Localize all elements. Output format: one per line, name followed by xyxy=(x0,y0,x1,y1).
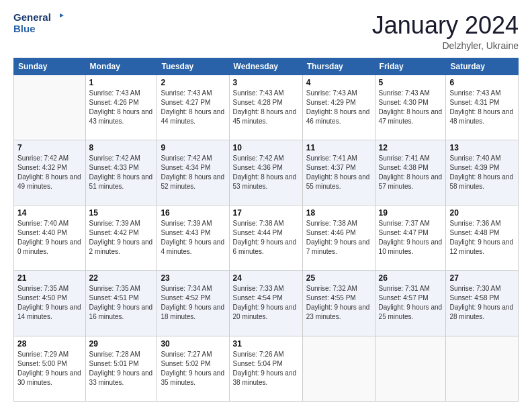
day-number: 18 xyxy=(306,208,371,218)
cell-info: Sunrise: 7:39 AMSunset: 4:43 PMDaylight:… xyxy=(161,219,225,257)
cell-info: Sunrise: 7:29 AMSunset: 5:00 PMDaylight:… xyxy=(17,350,82,387)
cell-info: Sunrise: 7:39 AMSunset: 4:42 PMDaylight:… xyxy=(89,219,154,257)
day-number: 6 xyxy=(449,78,515,87)
cell-info: Sunrise: 7:43 AMSunset: 4:26 PMDaylight:… xyxy=(89,89,154,126)
calendar-cell: 17 Sunrise: 7:38 AMSunset: 4:44 PMDaylig… xyxy=(229,205,302,271)
cell-info: Sunrise: 7:35 AMSunset: 4:51 PMDaylight:… xyxy=(89,284,154,322)
month-title: January 2024 xyxy=(372,12,519,39)
cell-info: Sunrise: 7:43 AMSunset: 4:28 PMDaylight:… xyxy=(233,89,299,126)
calendar-cell: 29 Sunrise: 7:28 AMSunset: 5:01 PMDaylig… xyxy=(85,336,157,401)
calendar-cell: 22 Sunrise: 7:35 AMSunset: 4:51 PMDaylig… xyxy=(85,271,157,336)
day-number: 19 xyxy=(379,208,443,218)
day-number: 15 xyxy=(89,208,154,218)
col-thursday: Thursday xyxy=(302,58,375,75)
calendar-cell: 7 Sunrise: 7:42 AMSunset: 4:32 PMDayligh… xyxy=(14,140,86,205)
day-number: 27 xyxy=(449,273,515,283)
day-number: 8 xyxy=(89,143,154,152)
calendar-cell: 13 Sunrise: 7:40 AMSunset: 4:39 PMDaylig… xyxy=(446,140,519,205)
cell-info: Sunrise: 7:43 AMSunset: 4:31 PMDaylight:… xyxy=(449,89,515,126)
calendar-week-row: 1 Sunrise: 7:43 AMSunset: 4:26 PMDayligh… xyxy=(14,75,519,140)
day-number: 10 xyxy=(233,143,299,152)
cell-info: Sunrise: 7:32 AMSunset: 4:55 PMDaylight:… xyxy=(306,284,371,322)
day-number: 12 xyxy=(379,143,443,152)
calendar-cell: 6 Sunrise: 7:43 AMSunset: 4:31 PMDayligh… xyxy=(446,75,519,140)
cell-info: Sunrise: 7:31 AMSunset: 4:57 PMDaylight:… xyxy=(379,284,443,322)
day-number: 20 xyxy=(449,208,515,218)
day-number: 2 xyxy=(161,78,225,87)
day-number: 4 xyxy=(306,78,371,87)
col-tuesday: Tuesday xyxy=(157,58,229,75)
cell-info: Sunrise: 7:42 AMSunset: 4:33 PMDaylight:… xyxy=(89,154,154,191)
cell-info: Sunrise: 7:42 AMSunset: 4:36 PMDaylight:… xyxy=(233,154,299,191)
cell-info: Sunrise: 7:28 AMSunset: 5:01 PMDaylight:… xyxy=(89,350,154,387)
calendar-cell: 11 Sunrise: 7:41 AMSunset: 4:37 PMDaylig… xyxy=(302,140,375,205)
day-number: 9 xyxy=(161,143,225,152)
page: General Blue January 2024 Delzhyler, Ukr… xyxy=(0,0,532,411)
cell-info: Sunrise: 7:40 AMSunset: 4:40 PMDaylight:… xyxy=(17,219,82,257)
calendar-cell: 25 Sunrise: 7:32 AMSunset: 4:55 PMDaylig… xyxy=(302,271,375,336)
svg-marker-0 xyxy=(60,13,64,17)
calendar-cell xyxy=(302,336,375,401)
col-monday: Monday xyxy=(85,58,157,75)
calendar-cell: 16 Sunrise: 7:39 AMSunset: 4:43 PMDaylig… xyxy=(157,205,229,271)
cell-info: Sunrise: 7:40 AMSunset: 4:39 PMDaylight:… xyxy=(449,154,515,191)
day-number: 1 xyxy=(89,78,154,87)
calendar-cell: 26 Sunrise: 7:31 AMSunset: 4:57 PMDaylig… xyxy=(375,271,446,336)
location-subtitle: Delzhyler, Ukraine xyxy=(372,40,519,51)
header: General Blue January 2024 Delzhyler, Ukr… xyxy=(13,12,519,51)
cell-info: Sunrise: 7:42 AMSunset: 4:32 PMDaylight:… xyxy=(17,154,82,191)
cell-info: Sunrise: 7:38 AMSunset: 4:46 PMDaylight:… xyxy=(306,219,371,257)
cell-info: Sunrise: 7:38 AMSunset: 4:44 PMDaylight:… xyxy=(233,219,299,257)
cell-info: Sunrise: 7:43 AMSunset: 4:29 PMDaylight:… xyxy=(306,89,371,126)
calendar-cell: 4 Sunrise: 7:43 AMSunset: 4:29 PMDayligh… xyxy=(302,75,375,140)
cell-info: Sunrise: 7:41 AMSunset: 4:38 PMDaylight:… xyxy=(379,154,443,191)
day-number: 25 xyxy=(306,273,371,283)
day-number: 21 xyxy=(17,273,82,283)
calendar-cell: 30 Sunrise: 7:27 AMSunset: 5:02 PMDaylig… xyxy=(157,336,229,401)
col-sunday: Sunday xyxy=(14,58,86,75)
calendar-cell xyxy=(14,75,86,140)
calendar-cell: 9 Sunrise: 7:42 AMSunset: 4:34 PMDayligh… xyxy=(157,140,229,205)
calendar-cell: 20 Sunrise: 7:36 AMSunset: 4:48 PMDaylig… xyxy=(446,205,519,271)
cell-info: Sunrise: 7:36 AMSunset: 4:48 PMDaylight:… xyxy=(449,219,515,257)
cell-info: Sunrise: 7:43 AMSunset: 4:27 PMDaylight:… xyxy=(161,89,225,126)
day-number: 17 xyxy=(233,208,299,218)
day-number: 22 xyxy=(89,273,154,283)
cell-info: Sunrise: 7:41 AMSunset: 4:37 PMDaylight:… xyxy=(306,154,371,191)
cell-info: Sunrise: 7:27 AMSunset: 5:02 PMDaylight:… xyxy=(161,350,225,387)
day-number: 13 xyxy=(449,143,515,152)
calendar-cell: 1 Sunrise: 7:43 AMSunset: 4:26 PMDayligh… xyxy=(85,75,157,140)
cell-info: Sunrise: 7:30 AMSunset: 4:58 PMDaylight:… xyxy=(449,284,515,322)
logo-bird-icon xyxy=(53,12,64,23)
cell-info: Sunrise: 7:42 AMSunset: 4:34 PMDaylight:… xyxy=(161,154,225,191)
day-number: 14 xyxy=(17,208,82,218)
calendar-cell: 23 Sunrise: 7:34 AMSunset: 4:52 PMDaylig… xyxy=(157,271,229,336)
calendar-cell: 28 Sunrise: 7:29 AMSunset: 5:00 PMDaylig… xyxy=(14,336,86,401)
calendar-cell: 2 Sunrise: 7:43 AMSunset: 4:27 PMDayligh… xyxy=(157,75,229,140)
calendar-cell xyxy=(375,336,446,401)
day-number: 26 xyxy=(379,273,443,283)
day-number: 28 xyxy=(17,339,82,349)
calendar-cell: 3 Sunrise: 7:43 AMSunset: 4:28 PMDayligh… xyxy=(229,75,302,140)
calendar-cell xyxy=(446,336,519,401)
calendar-week-row: 14 Sunrise: 7:40 AMSunset: 4:40 PMDaylig… xyxy=(14,205,519,271)
calendar-header-row: Sunday Monday Tuesday Wednesday Thursday… xyxy=(14,58,519,75)
day-number: 16 xyxy=(161,208,225,218)
calendar-cell: 12 Sunrise: 7:41 AMSunset: 4:38 PMDaylig… xyxy=(375,140,446,205)
cell-info: Sunrise: 7:26 AMSunset: 5:04 PMDaylight:… xyxy=(233,350,299,387)
cell-info: Sunrise: 7:37 AMSunset: 4:47 PMDaylight:… xyxy=(379,219,443,257)
cell-info: Sunrise: 7:35 AMSunset: 4:50 PMDaylight:… xyxy=(17,284,82,322)
col-wednesday: Wednesday xyxy=(229,58,302,75)
day-number: 7 xyxy=(17,143,82,152)
calendar-cell: 21 Sunrise: 7:35 AMSunset: 4:50 PMDaylig… xyxy=(14,271,86,336)
title-block: January 2024 Delzhyler, Ukraine xyxy=(372,12,519,51)
cell-info: Sunrise: 7:33 AMSunset: 4:54 PMDaylight:… xyxy=(233,284,299,322)
day-number: 5 xyxy=(379,78,443,87)
day-number: 29 xyxy=(89,339,154,349)
calendar-week-row: 21 Sunrise: 7:35 AMSunset: 4:50 PMDaylig… xyxy=(14,271,519,336)
calendar-cell: 14 Sunrise: 7:40 AMSunset: 4:40 PMDaylig… xyxy=(14,205,86,271)
col-friday: Friday xyxy=(375,58,446,75)
day-number: 31 xyxy=(233,339,299,349)
cell-info: Sunrise: 7:43 AMSunset: 4:30 PMDaylight:… xyxy=(379,89,443,126)
day-number: 11 xyxy=(306,143,371,152)
